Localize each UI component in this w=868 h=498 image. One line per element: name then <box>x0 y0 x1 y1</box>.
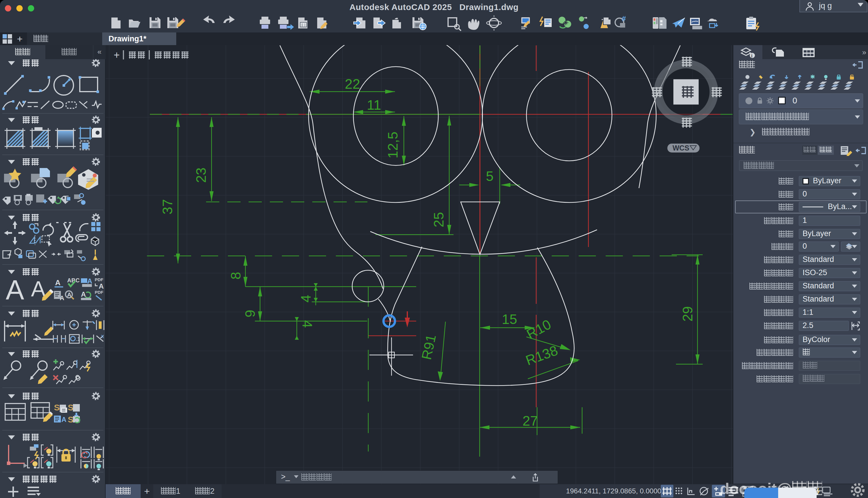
svg-text:+: + <box>114 49 120 61</box>
svg-text:23: 23 <box>193 168 209 183</box>
svg-text:A: A <box>6 274 24 305</box>
svg-text:4: 4 <box>298 295 313 303</box>
svg-text:PDF: PDF <box>95 277 103 282</box>
svg-text:S: S <box>68 403 73 412</box>
svg-text:8: 8 <box>228 272 243 280</box>
svg-text:25: 25 <box>431 212 446 227</box>
svg-text:4: 4 <box>300 320 315 328</box>
svg-text:.1: .1 <box>76 336 80 342</box>
svg-text:S: S <box>68 415 73 424</box>
svg-text:37: 37 <box>160 199 175 214</box>
svg-text:11: 11 <box>367 97 381 113</box>
svg-text:29: 29 <box>680 306 695 322</box>
svg-text:9: 9 <box>243 310 258 318</box>
svg-text:#: # <box>622 14 626 23</box>
svg-text:A: A <box>87 277 92 285</box>
svg-text:A: A <box>99 282 104 290</box>
svg-text:PDF: PDF <box>95 290 103 295</box>
svg-text:S: S <box>54 403 60 412</box>
svg-text:A: A <box>55 278 60 287</box>
svg-text:A: A <box>60 294 64 302</box>
svg-text:WCS: WCS <box>673 144 689 152</box>
svg-text:15: 15 <box>502 312 517 327</box>
svg-text:A: A <box>67 291 71 298</box>
svg-text:A: A <box>62 416 66 423</box>
svg-text:x: x <box>101 333 104 339</box>
svg-text:12,5: 12,5 <box>385 132 401 158</box>
svg-text:i: i <box>751 53 752 58</box>
svg-text:5: 5 <box>486 169 494 184</box>
svg-text:27: 27 <box>523 413 538 429</box>
svg-text:22: 22 <box>345 76 360 92</box>
